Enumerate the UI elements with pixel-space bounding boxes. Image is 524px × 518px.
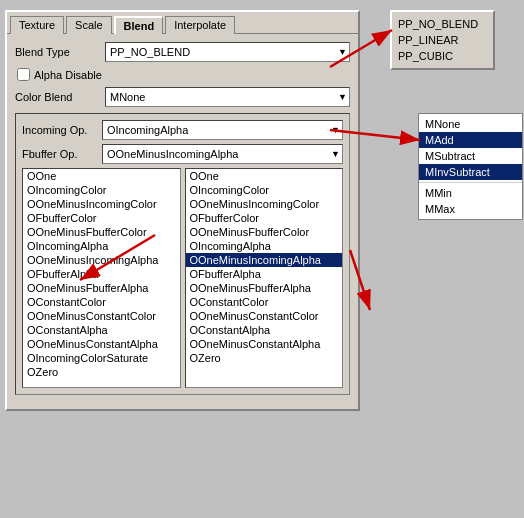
right-list[interactable]: OOneOIncomingColorOOneMinusIncomingColor…: [185, 168, 344, 388]
incoming-op-arrow: ▼: [331, 125, 340, 135]
fbuffer-op-label: Fbuffer Op.: [22, 148, 102, 160]
left-list-item[interactable]: OOneMinusIncomingColor: [23, 197, 180, 211]
incoming-op-label: Incoming Op.: [22, 124, 102, 136]
left-list-item[interactable]: OOneMinusConstantColor: [23, 309, 180, 323]
right-list-item[interactable]: OConstantColor: [186, 295, 343, 309]
popup-mmin[interactable]: MMin: [419, 185, 522, 201]
alpha-disable-label: Alpha Disable: [34, 69, 102, 81]
popup-item-no-blend[interactable]: PP_NO_BLEND: [392, 16, 493, 32]
tab-blend[interactable]: Blend: [114, 16, 164, 34]
left-list-item[interactable]: OOneMinusConstantAlpha: [23, 337, 180, 351]
panel-content: Blend Type PP_NO_BLEND ▼ Alpha Disable C…: [7, 34, 358, 409]
tab-scale[interactable]: Scale: [66, 16, 112, 34]
blend-type-arrow: ▼: [338, 47, 347, 57]
color-blend-dropdown[interactable]: MNone ▼: [105, 87, 350, 107]
right-list-item[interactable]: OOneMinusConstantAlpha: [186, 337, 343, 351]
left-list-item[interactable]: OZero: [23, 365, 180, 379]
incoming-op-row: Incoming Op. OIncomingAlpha ▼: [22, 120, 343, 140]
color-blend-popup: MNone MAdd MSubtract MInvSubtract MMin M…: [418, 113, 523, 220]
fbuffer-op-arrow: ▼: [331, 149, 340, 159]
color-blend-value: MNone: [110, 91, 145, 103]
fbuffer-op-row: Fbuffer Op. OOneMinusIncomingAlpha ▼: [22, 144, 343, 164]
right-list-item[interactable]: OConstantAlpha: [186, 323, 343, 337]
incoming-op-dropdown[interactable]: OIncomingAlpha ▼: [102, 120, 343, 140]
left-list-item[interactable]: OOne: [23, 169, 180, 183]
right-list-item[interactable]: OFbufferColor: [186, 211, 343, 225]
lists-container: OOneOIncomingColorOOneMinusIncomingColor…: [22, 168, 343, 388]
fbuffer-op-value: OOneMinusIncomingAlpha: [107, 148, 238, 160]
right-list-item[interactable]: OOneMinusIncomingColor: [186, 197, 343, 211]
left-list-item[interactable]: OOneMinusFbufferColor: [23, 225, 180, 239]
tab-texture[interactable]: Texture: [10, 16, 64, 34]
popup-item-linear[interactable]: PP_LINEAR: [392, 32, 493, 48]
right-list-item[interactable]: OOne: [186, 169, 343, 183]
tab-interpolate[interactable]: Interpolate: [165, 16, 235, 34]
color-blend-arrow: ▼: [338, 92, 347, 102]
tab-bar: Texture Scale Blend Interpolate: [7, 12, 358, 34]
alpha-disable-row: Alpha Disable: [15, 68, 350, 81]
color-blend-row: Color Blend MNone ▼: [15, 87, 350, 107]
popup-divider: [419, 182, 522, 183]
blend-type-label: Blend Type: [15, 46, 105, 58]
ops-sub-panel: Incoming Op. OIncomingAlpha ▼ Fbuffer Op…: [15, 113, 350, 395]
right-list-item[interactable]: OOneMinusFbufferColor: [186, 225, 343, 239]
left-list-item[interactable]: OConstantAlpha: [23, 323, 180, 337]
right-list-item[interactable]: OZero: [186, 351, 343, 365]
popup-minvsubtract[interactable]: MInvSubtract: [419, 164, 522, 180]
right-list-item[interactable]: OOneMinusFbufferAlpha: [186, 281, 343, 295]
incoming-op-value: OIncomingAlpha: [107, 124, 188, 136]
alpha-disable-checkbox[interactable]: [17, 68, 30, 81]
left-list-item[interactable]: OIncomingAlpha: [23, 239, 180, 253]
color-blend-label: Color Blend: [15, 91, 105, 103]
left-list-item[interactable]: OIncomingColor: [23, 183, 180, 197]
popup-item-cubic[interactable]: PP_CUBIC: [392, 48, 493, 64]
popup-msubtract[interactable]: MSubtract: [419, 148, 522, 164]
main-panel: Texture Scale Blend Interpolate Blend Ty…: [5, 10, 360, 411]
left-list-item[interactable]: OFbufferAlpha: [23, 267, 180, 281]
left-list-item[interactable]: OOneMinusFbufferAlpha: [23, 281, 180, 295]
left-list-item[interactable]: OOneMinusIncomingAlpha: [23, 253, 180, 267]
blend-type-dropdown[interactable]: PP_NO_BLEND ▼: [105, 42, 350, 62]
right-list-item[interactable]: OOneMinusConstantColor: [186, 309, 343, 323]
right-list-item[interactable]: OIncomingAlpha: [186, 239, 343, 253]
fbuffer-op-dropdown[interactable]: OOneMinusIncomingAlpha ▼: [102, 144, 343, 164]
blend-type-row: Blend Type PP_NO_BLEND ▼: [15, 42, 350, 62]
right-list-item[interactable]: OFbufferAlpha: [186, 267, 343, 281]
popup-madd[interactable]: MAdd: [419, 132, 522, 148]
left-list-item[interactable]: OFbufferColor: [23, 211, 180, 225]
popup-mmax[interactable]: MMax: [419, 201, 522, 217]
right-list-item[interactable]: OIncomingColor: [186, 183, 343, 197]
left-list[interactable]: OOneOIncomingColorOOneMinusIncomingColor…: [22, 168, 181, 388]
left-list-item[interactable]: OIncomingColorSaturate: [23, 351, 180, 365]
left-list-item[interactable]: OConstantColor: [23, 295, 180, 309]
blend-type-value: PP_NO_BLEND: [110, 46, 190, 58]
popup-mnone[interactable]: MNone: [419, 116, 522, 132]
blend-type-popup: PP_NO_BLEND PP_LINEAR PP_CUBIC: [390, 10, 495, 70]
right-list-item[interactable]: OOneMinusIncomingAlpha: [186, 253, 343, 267]
